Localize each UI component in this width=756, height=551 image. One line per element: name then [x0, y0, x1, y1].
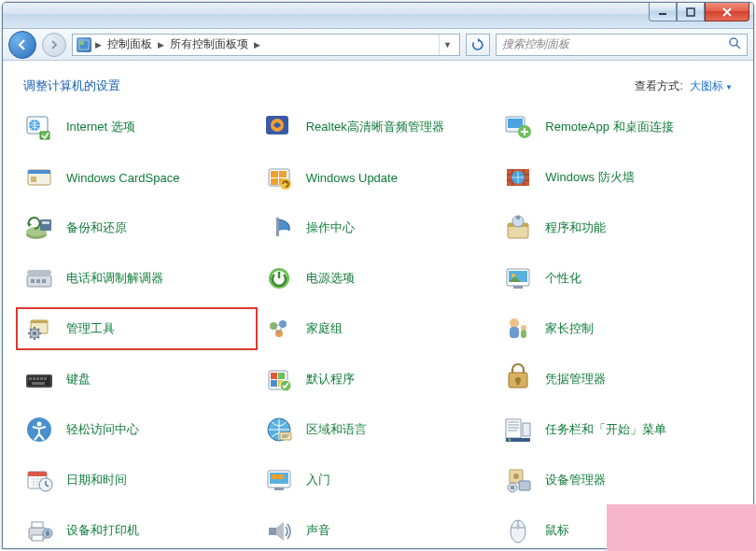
items-grid: Internet 选项Realtek高清晰音频管理器RemoteApp 和桌面连…: [3, 104, 753, 548]
svg-rect-49: [521, 330, 526, 338]
cp-item-devices-printers[interactable]: 设备和打印机: [23, 513, 254, 548]
chevron-right-icon: ▶: [158, 40, 164, 49]
chevron-down-icon: ▼: [725, 83, 733, 92]
svg-point-91: [46, 530, 49, 536]
cp-item-power-options[interactable]: 电源选项: [263, 261, 494, 296]
back-button[interactable]: [8, 31, 36, 59]
item-label: 家长控制: [545, 320, 594, 337]
svg-rect-40: [31, 320, 48, 323]
cp-item-keyboard[interactable]: 键盘: [23, 361, 254, 397]
sound-icon: [263, 515, 295, 546]
item-label: 轻松访问中心: [66, 421, 139, 438]
close-button[interactable]: [705, 3, 749, 21]
cp-item-credential-manager[interactable]: 凭据管理器: [502, 361, 733, 397]
svg-point-83: [513, 473, 519, 479]
phone-modem-icon: [23, 262, 55, 294]
minimize-button[interactable]: [649, 3, 677, 21]
maximize-button[interactable]: [677, 3, 705, 21]
power-options-icon: [263, 262, 295, 294]
svg-rect-86: [511, 486, 514, 489]
svg-rect-77: [28, 472, 47, 476]
item-label: 任务栏和「开始」菜单: [545, 421, 666, 438]
item-label: 默认程序: [306, 371, 355, 388]
address-bar[interactable]: ▶ 控制面板 ▶ 所有控制面板项 ▶ ▼: [72, 34, 460, 56]
page-header: 调整计算机的设置 查看方式: 大图标▼: [3, 61, 753, 104]
backup-restore-icon: [23, 212, 55, 244]
svg-rect-30: [31, 279, 35, 283]
cp-item-region-language[interactable]: 区域和语言: [263, 412, 494, 447]
item-label: 程序和功能: [545, 219, 606, 236]
chevron-right-icon: ▶: [254, 40, 260, 49]
svg-point-42: [33, 332, 36, 335]
cp-item-internet-options[interactable]: Internet 选项: [23, 109, 254, 145]
cp-item-action-center[interactable]: 操作中心: [263, 210, 494, 246]
cp-item-default-programs[interactable]: 默认程序: [263, 361, 494, 397]
navigation-bar: ▶ 控制面板 ▶ 所有控制面板项 ▶ ▼ 搜索控制面板: [3, 29, 753, 61]
item-label: 日期和时间: [66, 472, 127, 488]
admin-tools-icon: [23, 313, 55, 345]
homegroup-icon: [263, 313, 295, 345]
item-label: Windows 防火墙: [545, 169, 634, 186]
cp-item-firewall[interactable]: Windows 防火墙: [502, 160, 733, 195]
page-title: 调整计算机的设置: [23, 78, 120, 94]
cp-item-personalization[interactable]: 个性化: [502, 261, 733, 296]
item-label: 设备管理器: [545, 472, 606, 488]
cp-item-cardspace[interactable]: Windows CardSpace: [23, 160, 254, 195]
ease-of-access-icon: [23, 414, 55, 445]
forward-button[interactable]: [42, 33, 66, 57]
cp-item-ease-of-access[interactable]: 轻松访问中心: [23, 412, 254, 447]
svg-point-46: [510, 318, 519, 328]
svg-rect-53: [33, 377, 35, 380]
cp-item-device-manager[interactable]: 设备管理器: [502, 462, 733, 498]
cp-item-parental-controls[interactable]: 家长控制: [502, 311, 733, 346]
svg-rect-0: [659, 13, 666, 15]
svg-rect-14: [31, 177, 36, 182]
svg-rect-3: [80, 41, 84, 45]
realtek-icon: [263, 111, 295, 143]
item-label: Realtek高清晰音频管理器: [306, 119, 444, 135]
svg-rect-60: [278, 373, 285, 379]
cp-item-admin-tools[interactable]: 管理工具: [20, 311, 254, 346]
svg-rect-84: [519, 481, 530, 490]
windows-update-icon: [263, 162, 295, 193]
view-selector[interactable]: 大图标▼: [690, 79, 733, 92]
breadcrumb-segment[interactable]: 控制面板: [105, 36, 154, 52]
cp-item-homegroup[interactable]: 家庭组: [263, 311, 494, 346]
search-placeholder: 搜索控制面板: [502, 36, 728, 52]
item-label: 个性化: [545, 270, 581, 287]
cp-item-getting-started[interactable]: 入门: [263, 462, 494, 498]
cp-item-realtek[interactable]: Realtek高清晰音频管理器: [263, 109, 494, 145]
refresh-button[interactable]: [466, 34, 490, 56]
item-label: 鼠标: [545, 522, 569, 539]
cp-item-taskbar-startmenu[interactable]: 任务栏和「开始」菜单: [502, 412, 733, 447]
cardspace-icon: [23, 162, 55, 193]
item-label: 电源选项: [306, 270, 355, 287]
remoteapp-icon: [502, 111, 534, 143]
svg-point-37: [511, 274, 515, 277]
svg-point-68: [37, 422, 42, 427]
cp-item-remoteapp[interactable]: RemoteApp 和桌面连接: [502, 109, 733, 145]
cp-item-windows-update[interactable]: Windows Update: [263, 160, 494, 195]
keyboard-icon: [23, 363, 55, 395]
control-panel-window: ▶ 控制面板 ▶ 所有控制面板项 ▶ ▼ 搜索控制面板 调整计算机的设置 查看方…: [2, 2, 754, 549]
svg-rect-56: [44, 377, 47, 380]
svg-rect-32: [42, 279, 46, 283]
cp-item-phone-modem[interactable]: 电话和调制解调器: [23, 261, 254, 296]
cp-item-programs-features[interactable]: 程序和功能: [502, 210, 733, 246]
svg-rect-89: [32, 535, 43, 541]
chevron-right-icon: ▶: [95, 40, 102, 49]
item-label: Internet 选项: [66, 119, 135, 135]
item-label: 设备和打印机: [66, 522, 139, 539]
address-dropdown[interactable]: ▼: [439, 35, 455, 55]
breadcrumb-segment[interactable]: 所有控制面板项: [168, 36, 250, 52]
cp-item-date-time[interactable]: 日期和时间: [23, 462, 254, 498]
cp-item-backup-restore[interactable]: 备份和还原: [23, 210, 254, 246]
cp-item-sound[interactable]: 声音: [263, 513, 494, 548]
search-input[interactable]: 搜索控制面板: [496, 34, 748, 56]
svg-point-74: [509, 439, 511, 442]
item-label: 入门: [306, 472, 330, 488]
default-programs-icon: [263, 363, 295, 395]
item-label: 声音: [306, 522, 330, 539]
credential-manager-icon: [502, 363, 534, 395]
control-panel-icon: [77, 37, 91, 52]
